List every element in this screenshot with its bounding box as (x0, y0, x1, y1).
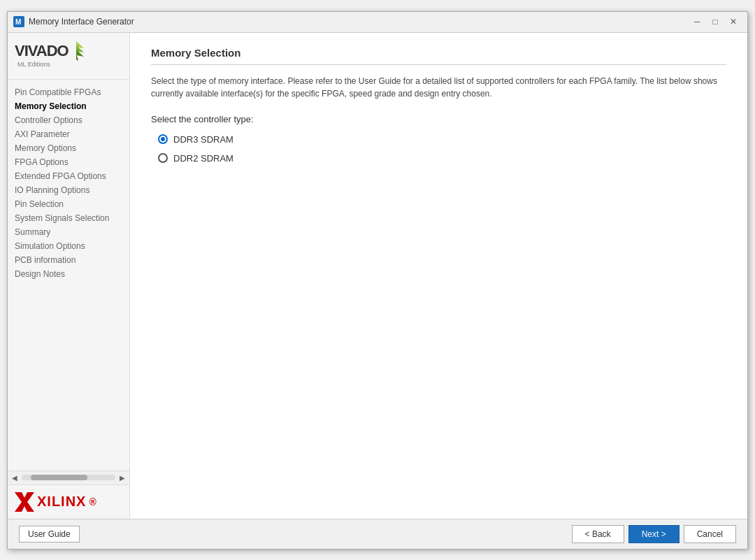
section-title: Memory Selection (151, 47, 726, 65)
title-bar-title: Memory Interface Generator (29, 17, 689, 27)
close-button[interactable]: ✕ (725, 15, 742, 29)
footer-right: < Back Next > Cancel (572, 525, 736, 543)
cancel-button[interactable]: Cancel (684, 525, 736, 543)
sidebar-scrollbar: ◀ ▶ (8, 471, 129, 484)
main-content: VIVADO ML Editions Pin Compatible FPGAsM… (8, 33, 747, 519)
minimize-button[interactable]: ─ (689, 15, 705, 29)
sidebar-item-controller-options[interactable]: Controller Options (8, 113, 129, 127)
svg-marker-6 (15, 492, 34, 512)
title-bar: M Memory Interface Generator ─ □ ✕ (8, 12, 747, 33)
sidebar-item-pin-selection[interactable]: Pin Selection (8, 197, 129, 211)
xilinx-icon (15, 492, 34, 512)
xilinx-logo: XILINX ® (15, 492, 122, 512)
title-bar-controls: ─ □ ✕ (689, 15, 742, 29)
nav-list: Pin Compatible FPGAsMemory SelectionCont… (8, 80, 129, 471)
sidebar-item-pcb-information[interactable]: PCB information (8, 253, 129, 267)
sidebar-item-summary[interactable]: Summary (8, 225, 129, 239)
sidebar-item-design-notes[interactable]: Design Notes (8, 267, 129, 281)
scroll-track (22, 475, 115, 480)
svg-text:M: M (15, 18, 21, 26)
xilinx-registered: ® (89, 496, 96, 508)
sidebar-item-simulation-options[interactable]: Simulation Options (8, 239, 129, 253)
radio-input-ddr3[interactable] (158, 134, 168, 144)
controller-label: Select the controller type: (151, 114, 726, 124)
back-button[interactable]: < Back (572, 525, 624, 543)
sidebar-item-system-signals-selection[interactable]: System Signals Selection (8, 211, 129, 225)
content-area: Memory Selection Select the type of memo… (130, 33, 747, 519)
radio-label-ddr3: DDR3 SDRAM (173, 134, 233, 145)
sidebar-xilinx: XILINX ® (8, 484, 129, 519)
radio-label-ddr2: DDR2 SDRAM (173, 153, 233, 164)
ml-editions-label: ML Editions (17, 61, 122, 68)
footer-left: User Guide (19, 526, 80, 543)
window-icon: M (13, 16, 24, 27)
sidebar-item-axi-parameter[interactable]: AXI Parameter (8, 127, 129, 141)
radio-input-ddr2[interactable] (158, 153, 168, 163)
main-window: M Memory Interface Generator ─ □ ✕ VIVAD… (7, 11, 748, 550)
sidebar-item-memory-selection[interactable]: Memory Selection (8, 99, 129, 113)
description-text: Select the type of memory interface. Ple… (151, 75, 724, 100)
sidebar-item-memory-options[interactable]: Memory Options (8, 141, 129, 155)
vivado-leaf-icon (69, 41, 84, 61)
xilinx-text-label: XILINX (37, 494, 86, 510)
maximize-button[interactable]: □ (707, 15, 724, 29)
footer-bar: User Guide < Back Next > Cancel (8, 519, 747, 549)
sidebar: VIVADO ML Editions Pin Compatible FPGAsM… (8, 33, 130, 519)
sidebar-logo: VIVADO ML Editions (8, 33, 129, 80)
sidebar-item-fpga-options[interactable]: FPGA Options (8, 155, 129, 169)
scroll-thumb (31, 475, 87, 480)
next-button[interactable]: Next > (628, 525, 680, 543)
sidebar-item-pin-compatible-fpgas[interactable]: Pin Compatible FPGAs (8, 85, 129, 99)
content-body: Memory Selection Select the type of memo… (130, 33, 747, 519)
sidebar-item-io-planning-options[interactable]: IO Planning Options (8, 183, 129, 197)
user-guide-button[interactable]: User Guide (19, 526, 80, 543)
radio-dot-ddr3 (161, 137, 165, 141)
radio-item-ddr2[interactable]: DDR2 SDRAM (158, 153, 726, 164)
sidebar-item-extended-fpga-options[interactable]: Extended FPGA Options (8, 169, 129, 183)
radio-group: DDR3 SDRAMDDR2 SDRAM (151, 134, 726, 164)
vivado-logo-text: VIVADO (15, 42, 69, 60)
scroll-right-button[interactable]: ▶ (118, 474, 127, 482)
scroll-left-button[interactable]: ◀ (10, 474, 19, 482)
radio-item-ddr3[interactable]: DDR3 SDRAM (158, 134, 726, 145)
